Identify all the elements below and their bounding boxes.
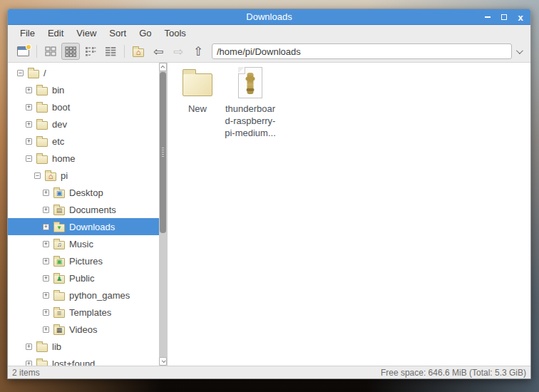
title-bar[interactable]: Downloads x (8, 9, 530, 25)
tree-item-documents[interactable]: +▤Documents (8, 201, 159, 218)
expander-icon[interactable]: + (43, 258, 49, 264)
tree-item-pictures[interactable]: +▣Pictures (8, 252, 159, 269)
path-dropdown-button[interactable] (512, 43, 525, 59)
tree-item-label: Templates (69, 307, 111, 318)
detailed-list-view-button[interactable] (101, 43, 120, 60)
tree-item-pi[interactable]: −⌂pi (8, 167, 159, 184)
free-space: Free space: 646.6 MiB (Total: 5.3 GiB) (381, 368, 526, 378)
tree-item-bin[interactable]: +bin (8, 81, 159, 98)
tree-item-lost-found[interactable]: +lost+found (8, 355, 159, 366)
tree-item-label: Videos (69, 324, 98, 335)
scroll-down-button[interactable] (159, 357, 167, 366)
menu-bar: File Edit View Sort Go Tools (8, 25, 530, 41)
expander-icon[interactable]: + (43, 326, 49, 333)
downloads-folder-icon: ▼ (53, 224, 65, 232)
tree-item-desktop[interactable]: +▣Desktop (8, 184, 159, 201)
folder-icon (36, 344, 48, 352)
tree-item-etc[interactable]: +etc (8, 133, 159, 150)
expander-icon[interactable]: + (43, 207, 49, 213)
scroll-up-button[interactable] (159, 63, 167, 71)
folder-icon (183, 73, 212, 96)
folder-icon (36, 87, 48, 96)
compact-view-button[interactable] (81, 43, 100, 60)
public-folder-icon: ♟ (53, 275, 65, 284)
home-folder-icon: ⌂ (45, 172, 56, 181)
maximize-button[interactable] (500, 13, 508, 21)
tree-item-label: Pictures (69, 256, 103, 267)
tree-item-python-games[interactable]: +python_games (8, 287, 159, 304)
tree-item-music[interactable]: +♫Music (8, 235, 159, 252)
directory-tree-pane: −/+bin+boot+dev+etc−home−⌂pi+▣Desktop+▤D… (8, 63, 168, 366)
tree-item-label: dev (52, 119, 67, 130)
chevron-down-icon (515, 47, 523, 54)
tree-item-public[interactable]: +♟Public (8, 269, 159, 287)
expander-icon[interactable]: + (26, 361, 32, 366)
tree-item-label: python_games (69, 290, 130, 301)
file-item-label: thunderboar d-raspberry- pi-medium... (225, 103, 276, 139)
tree-item-label: pi (61, 170, 68, 181)
expander-icon[interactable]: − (26, 155, 32, 162)
expander-icon[interactable]: + (43, 292, 49, 299)
tree-item-label: home (52, 153, 76, 164)
menu-file[interactable]: File (14, 26, 41, 40)
pictures-folder-icon: ▣ (53, 258, 65, 267)
tree-item-videos[interactable]: +▦Videos (8, 321, 159, 338)
tree-item-label: Public (69, 273, 94, 284)
tree-item-label: lost+found (52, 359, 95, 366)
expander-icon[interactable]: + (26, 344, 32, 350)
expander-icon[interactable]: − (34, 172, 41, 179)
expander-icon[interactable]: − (17, 70, 24, 76)
home-button[interactable]: ⌂ (129, 43, 148, 60)
close-button[interactable]: x (516, 13, 525, 21)
tree-item-label: / (43, 68, 46, 78)
menu-tools[interactable]: Tools (158, 26, 192, 40)
menu-sort[interactable]: Sort (103, 26, 133, 40)
compact-view-icon (85, 46, 96, 56)
expander-icon[interactable]: + (26, 138, 32, 145)
scrollbar-thumb[interactable] (160, 72, 166, 233)
toolbar: ⌂ ⇦ ⇨ ⇧ (8, 41, 530, 63)
file-item[interactable]: New (172, 66, 223, 115)
expander-icon[interactable]: + (26, 87, 32, 93)
expander-icon[interactable]: + (43, 309, 49, 316)
tree-item-label: Downloads (69, 222, 115, 232)
folder-icon (36, 104, 48, 113)
path-input[interactable] (212, 43, 512, 59)
back-button[interactable]: ⇦ (149, 43, 168, 60)
tree-item-downloads[interactable]: +▼Downloads (8, 218, 159, 235)
new-window-button[interactable] (14, 43, 32, 60)
icon-view-button[interactable] (41, 43, 60, 60)
thumbnail-view-button[interactable] (61, 43, 80, 60)
tree-item-templates[interactable]: +≡Templates (8, 304, 159, 321)
menu-edit[interactable]: Edit (41, 26, 70, 40)
expander-icon[interactable]: + (26, 104, 32, 110)
tree-item-home[interactable]: −home (8, 150, 159, 167)
expander-icon[interactable]: + (26, 121, 32, 128)
file-item[interactable]: thunderboar d-raspberry- pi-medium... (225, 66, 276, 139)
expander-icon[interactable]: + (43, 275, 49, 282)
expander-icon[interactable]: + (43, 190, 49, 196)
menu-go[interactable]: Go (133, 26, 158, 40)
folder-icon (36, 138, 48, 147)
minimize-icon (485, 16, 491, 18)
folder-icon (28, 70, 39, 78)
forward-button[interactable]: ⇨ (169, 43, 188, 60)
forward-icon: ⇨ (173, 46, 183, 58)
tree-item-label: Documents (69, 205, 116, 215)
minimize-button[interactable] (483, 13, 492, 21)
menu-view[interactable]: View (70, 26, 103, 40)
image-file-icon (238, 67, 262, 98)
expander-icon[interactable]: + (43, 241, 49, 247)
file-list-pane[interactable]: Newthunderboar d-raspberry- pi-medium... (168, 63, 530, 366)
tree-item-dev[interactable]: +dev (8, 115, 159, 133)
sidebar-scrollbar[interactable] (159, 63, 167, 366)
up-button[interactable]: ⇧ (189, 43, 207, 60)
tree-item--[interactable]: −/ (8, 64, 159, 81)
folder-icon (36, 155, 48, 164)
window-title: Downloads (8, 11, 530, 22)
chevron-down-icon (161, 359, 165, 363)
directory-tree: −/+bin+boot+dev+etc−home−⌂pi+▣Desktop+▤D… (8, 63, 159, 366)
tree-item-boot[interactable]: +boot (8, 98, 159, 115)
tree-item-lib[interactable]: +lib (8, 338, 159, 355)
expander-icon[interactable]: + (43, 224, 49, 230)
